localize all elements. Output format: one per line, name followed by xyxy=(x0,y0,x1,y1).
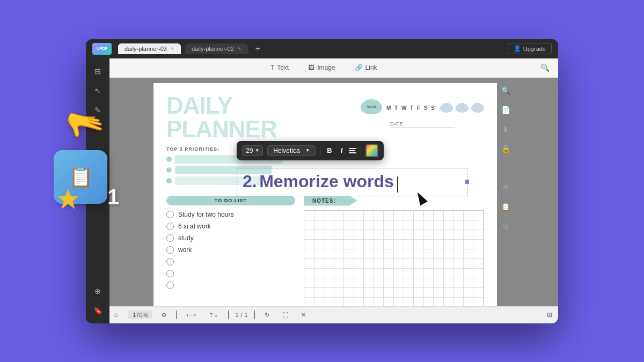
add-tab-button[interactable]: + xyxy=(252,44,264,54)
notes-header: NOTES: xyxy=(304,196,357,206)
upgrade-icon: 👤 xyxy=(514,45,521,52)
align-line-2 xyxy=(349,150,355,151)
notes-cell xyxy=(424,240,434,249)
fit-width-button[interactable]: ⇠⇢ xyxy=(183,311,199,320)
notes-cell xyxy=(404,230,414,240)
sidebar-cursor-icon[interactable]: ↖ xyxy=(89,82,106,99)
todo-item-7 xyxy=(166,282,295,289)
zoom-level[interactable]: 170% xyxy=(128,311,152,319)
italic-button[interactable]: I xyxy=(339,145,345,156)
notes-cell xyxy=(344,259,354,269)
notes-cell xyxy=(404,269,414,278)
link-tool[interactable]: 🔗 Link xyxy=(350,62,382,73)
planner-right-header: mood M T W T F S S DAT xyxy=(361,99,484,141)
notes-cell xyxy=(424,278,434,288)
right-sidebar-icon-4[interactable]: 🔒 xyxy=(497,140,514,157)
notes-cell xyxy=(444,220,454,230)
notes-cell xyxy=(464,259,474,269)
todo-circle-3 xyxy=(166,234,174,242)
notes-cell xyxy=(374,240,384,249)
todo-item-5 xyxy=(166,258,295,265)
notes-cell xyxy=(304,278,314,288)
notes-cell xyxy=(404,298,414,306)
text-tool[interactable]: T Text xyxy=(266,62,293,73)
toolbar-separator-1 xyxy=(320,146,320,155)
sidebar-bookmark-icon[interactable]: 🔖 xyxy=(89,302,106,319)
right-status: ⊞ xyxy=(541,306,558,323)
notes-cell xyxy=(414,288,424,298)
right-sidebar-icon-3[interactable]: ⬇ xyxy=(497,121,514,138)
notes-cell xyxy=(473,220,484,230)
sidebar-home-icon[interactable]: ⊟ xyxy=(89,63,106,80)
notes-cell xyxy=(464,240,474,249)
font-size-select[interactable]: 29 ▼ xyxy=(242,145,263,156)
notes-cell xyxy=(324,240,334,249)
memorize-text-box[interactable]: 2. Memorize words xyxy=(237,168,467,197)
notes-cell xyxy=(334,298,345,306)
notes-cell xyxy=(424,249,434,259)
notes-cell xyxy=(414,240,424,249)
rotate-button[interactable]: ↻ xyxy=(261,311,273,320)
color-picker-button[interactable] xyxy=(365,144,378,157)
todo-item-4: work xyxy=(166,246,295,254)
notes-cell xyxy=(464,230,474,240)
notes-cell xyxy=(444,288,454,298)
tab-daily-planner-03[interactable]: daily-planner-03 ✎ xyxy=(118,43,181,54)
chevron-down-icon: ▼ xyxy=(255,148,259,153)
notes-cell xyxy=(424,288,434,298)
grid-view-icon[interactable]: ⊞ xyxy=(541,306,558,323)
notes-cell xyxy=(344,298,354,306)
text-cursor xyxy=(397,176,398,193)
right-sidebar-icon-5[interactable]: ↑ xyxy=(497,159,514,176)
right-sidebar-icon-8[interactable]: ⊞ xyxy=(497,217,514,234)
notes-cell xyxy=(404,240,414,249)
notes-cell xyxy=(444,278,454,288)
zoom-out-button[interactable]: ☺ xyxy=(109,311,122,319)
notes-cell xyxy=(354,278,364,288)
notes-cell xyxy=(444,269,454,278)
notes-cell xyxy=(334,249,345,259)
notes-cell xyxy=(464,269,474,278)
right-sidebar-icon-2[interactable]: 📄 xyxy=(497,101,514,119)
notes-cell xyxy=(334,259,345,269)
notes-cell xyxy=(364,249,374,259)
notes-cell xyxy=(344,269,354,278)
cloud-icon-2 xyxy=(456,103,469,113)
notes-cell xyxy=(354,220,364,230)
notes-cell xyxy=(404,278,414,288)
todo-text-2: 6 xi at work xyxy=(178,223,211,230)
notes-cell xyxy=(464,288,474,298)
notes-cell xyxy=(424,259,434,269)
right-sidebar-icon-6[interactable]: ✉ xyxy=(497,179,514,196)
notes-cell xyxy=(374,259,384,269)
notes-cell xyxy=(473,211,484,220)
notes-cell xyxy=(334,278,345,288)
fit-page-button[interactable]: ⇡⇣ xyxy=(206,311,222,320)
notes-cell xyxy=(334,288,345,298)
notes-cell xyxy=(473,288,484,298)
notes-cell xyxy=(304,240,314,249)
upgrade-button[interactable]: 👤 Upgrade xyxy=(508,43,552,54)
fullscreen-button[interactable]: ⛶ xyxy=(279,311,291,319)
notes-cell xyxy=(384,249,394,259)
bold-button[interactable]: B xyxy=(325,145,334,156)
notes-cell xyxy=(304,211,314,220)
resize-handle[interactable] xyxy=(465,180,469,184)
zoom-in-button[interactable]: ⊕ xyxy=(158,311,170,320)
search-icon[interactable]: 🔍 xyxy=(540,63,550,72)
tab-daily-planner-02[interactable]: daily-planner-02 ✎ xyxy=(185,43,248,54)
align-button[interactable] xyxy=(349,148,356,153)
right-sidebar-icon-7[interactable]: 📋 xyxy=(497,198,514,215)
notes-cell xyxy=(354,269,364,278)
notes-cell xyxy=(374,230,384,240)
image-tool[interactable]: 🖼 Image xyxy=(304,62,339,73)
font-name-select[interactable]: Helvetica ▼ xyxy=(267,145,316,156)
notes-cell xyxy=(464,220,474,230)
right-sidebar-icon-1[interactable]: 🔍 xyxy=(497,82,514,99)
todo-item-1: Study for two hours xyxy=(166,211,295,218)
notes-cell xyxy=(314,288,325,298)
notes-cell xyxy=(444,211,454,220)
notes-cell xyxy=(344,220,354,230)
close-button[interactable]: ✕ xyxy=(298,311,309,320)
sidebar-layers-icon[interactable]: ⊕ xyxy=(89,283,106,300)
